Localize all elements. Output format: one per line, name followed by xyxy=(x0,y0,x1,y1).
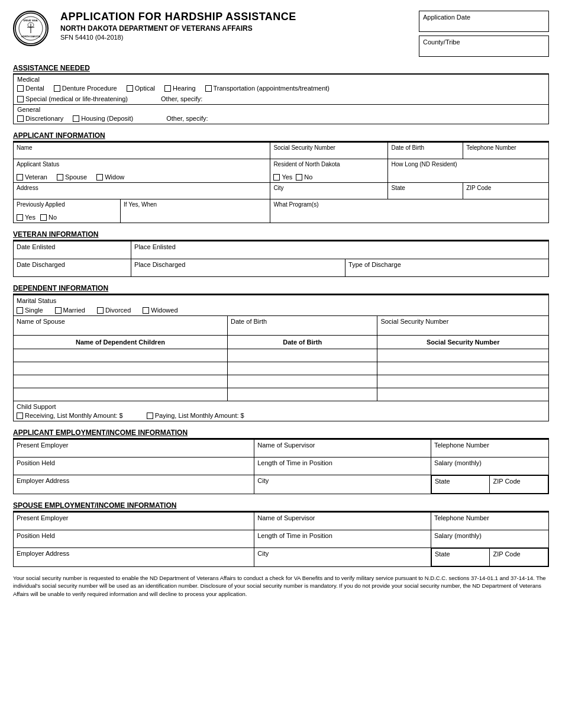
sp-city-cell[interactable]: City xyxy=(254,548,431,567)
child-dob-4[interactable] xyxy=(228,388,377,401)
married-checkbox-item: Married xyxy=(55,307,85,314)
applicant-status-cell: Applicant Status Veteran Spouse Widow xyxy=(14,159,270,183)
discretionary-checkbox[interactable] xyxy=(17,115,24,122)
application-date-box[interactable]: Application Date xyxy=(419,11,549,32)
medical-label-row: Medical xyxy=(14,75,548,83)
dep-ssn-label: Social Security Number xyxy=(380,318,448,325)
widow-checkbox[interactable] xyxy=(96,174,103,181)
sp-position-cell[interactable]: Position Held xyxy=(14,530,254,548)
prev-yes-checkbox[interactable] xyxy=(17,214,23,221)
child-name-3[interactable] xyxy=(14,375,228,388)
child-dob-2[interactable] xyxy=(228,362,377,375)
emp-address-cell[interactable]: Employer Address xyxy=(14,475,254,494)
dependent-section: DEPENDENT INFORMATION Marital Status Sin… xyxy=(13,284,549,421)
spouse-name-cell[interactable]: Name of Spouse xyxy=(14,316,228,336)
veteran-checkbox[interactable] xyxy=(17,174,23,181)
sp-phone-cell[interactable]: Telephone Number xyxy=(431,513,548,530)
zip-cell[interactable]: ZIP Code xyxy=(463,183,549,199)
married-label: Married xyxy=(63,307,85,314)
length-cell[interactable]: Length of Time in Position xyxy=(254,458,431,475)
prev-no-checkbox[interactable] xyxy=(40,214,47,221)
child-ssn-1[interactable] xyxy=(377,349,549,362)
child-name-2[interactable] xyxy=(14,362,228,375)
name-cell[interactable]: Name xyxy=(14,143,270,159)
housing-checkbox[interactable] xyxy=(73,115,79,122)
divorced-label: Divorced xyxy=(105,307,131,314)
salary-cell[interactable]: Salary (monthly) xyxy=(431,458,548,475)
emp-state-cell[interactable]: State xyxy=(431,476,490,494)
sp-address-cell[interactable]: Employer Address xyxy=(14,548,254,567)
optical-checkbox[interactable] xyxy=(127,85,133,92)
ssn-cell[interactable]: Social Security Number xyxy=(270,143,388,159)
sp-salary-cell[interactable]: Salary (monthly) xyxy=(431,530,548,548)
prev-applied-cell: Previously Applied Yes No xyxy=(14,199,121,223)
type-discharge-cell[interactable]: Type of Discharge xyxy=(345,259,549,277)
dob-cell[interactable]: Date of Birth xyxy=(388,143,463,159)
nd-no-checkbox[interactable] xyxy=(296,174,302,181)
sp-salary-label: Salary (monthly) xyxy=(434,532,482,539)
emp-city-cell[interactable]: City xyxy=(254,475,431,494)
present-employer-cell[interactable]: Present Employer xyxy=(14,440,254,458)
dob-label: Date of Birth xyxy=(391,144,460,151)
hearing-checkbox-item: Hearing xyxy=(164,85,196,92)
divorced-checkbox[interactable] xyxy=(97,307,104,314)
nd-yes-checkbox[interactable] xyxy=(273,174,280,181)
discretionary-checkbox-item: Discretionary xyxy=(17,115,63,122)
emp-zip-cell[interactable]: ZIP Code xyxy=(490,476,548,494)
how-long-cell[interactable]: How Long (ND Resident) xyxy=(388,159,549,183)
phone-cell[interactable]: Telephone Number xyxy=(463,143,549,159)
sub-title: NORTH DAKOTA DEPARTMENT OF VETERANS AFFA… xyxy=(60,24,419,33)
sp-length-cell[interactable]: Length of Time in Position xyxy=(254,530,431,548)
paying-checkbox[interactable] xyxy=(147,413,153,419)
transportation-checkbox[interactable] xyxy=(205,85,212,92)
dep-dob-cell[interactable]: Date of Birth xyxy=(228,316,377,336)
assistance-title: ASSISTANCE NEEDED xyxy=(13,64,549,75)
what-programs-label: What Program(s) xyxy=(273,201,545,208)
hearing-label: Hearing xyxy=(173,85,196,92)
if-yes-when-cell[interactable]: If Yes, When xyxy=(121,199,270,223)
child-name-4[interactable] xyxy=(14,388,228,401)
county-tribe-box[interactable]: County/Tribe xyxy=(419,36,549,57)
applicant-section: APPLICANT INFORMATION Name Social Securi… xyxy=(13,131,549,223)
date-discharged-cell[interactable]: Date Discharged xyxy=(14,259,131,277)
sp-supervisor-cell[interactable]: Name of Supervisor xyxy=(254,513,431,530)
special-checkbox[interactable] xyxy=(17,96,24,102)
single-checkbox[interactable] xyxy=(17,307,23,314)
sp-zip-cell[interactable]: ZIP Code xyxy=(490,549,548,566)
footer-text: Your social security number is requested… xyxy=(13,574,549,598)
place-enlisted-cell[interactable]: Place Enlisted xyxy=(131,241,549,259)
child-name-1[interactable] xyxy=(14,349,228,362)
supervisor-cell[interactable]: Name of Supervisor xyxy=(254,440,431,458)
name-label: Name xyxy=(17,144,267,151)
receiving-checkbox[interactable] xyxy=(17,413,23,419)
dep-ssn-cell[interactable]: Social Security Number xyxy=(377,316,549,336)
denture-checkbox[interactable] xyxy=(54,85,60,92)
city-cell[interactable]: City xyxy=(270,183,388,199)
svg-text:GREAT SEAL: GREAT SEAL xyxy=(23,19,38,22)
svg-text:NORTH DAKOTA: NORTH DAKOTA xyxy=(21,35,40,38)
child-ssn-4[interactable] xyxy=(377,388,549,401)
emp-phone-cell[interactable]: Telephone Number xyxy=(431,440,548,458)
child-ssn-2[interactable] xyxy=(377,362,549,375)
address-cell[interactable]: Address xyxy=(14,183,270,199)
general-label: General xyxy=(17,106,40,113)
married-checkbox[interactable] xyxy=(55,307,62,314)
city-label: City xyxy=(273,185,385,191)
child-dob-1[interactable] xyxy=(228,349,377,362)
dental-checkbox[interactable] xyxy=(17,85,24,92)
child-dob-3[interactable] xyxy=(228,375,377,388)
widowed-checkbox[interactable] xyxy=(143,307,149,314)
child-ssn-3[interactable] xyxy=(377,375,549,388)
medical-row2: Special (medical or life-threatening) Ot… xyxy=(14,94,548,104)
housing-checkbox-item: Housing (Deposit) xyxy=(73,115,133,122)
place-discharged-cell[interactable]: Place Discharged xyxy=(131,259,345,277)
date-enlisted-cell[interactable]: Date Enlisted xyxy=(14,241,131,259)
position-cell[interactable]: Position Held xyxy=(14,458,254,475)
state-cell[interactable]: State xyxy=(388,183,463,199)
top-right-boxes: Application Date County/Tribe xyxy=(419,11,549,57)
sp-present-employer-cell[interactable]: Present Employer xyxy=(14,513,254,530)
spouse-checkbox[interactable] xyxy=(57,174,63,181)
hearing-checkbox[interactable] xyxy=(164,85,171,92)
what-programs-cell[interactable]: What Program(s) xyxy=(270,199,549,223)
sp-state-cell[interactable]: State xyxy=(431,549,490,566)
